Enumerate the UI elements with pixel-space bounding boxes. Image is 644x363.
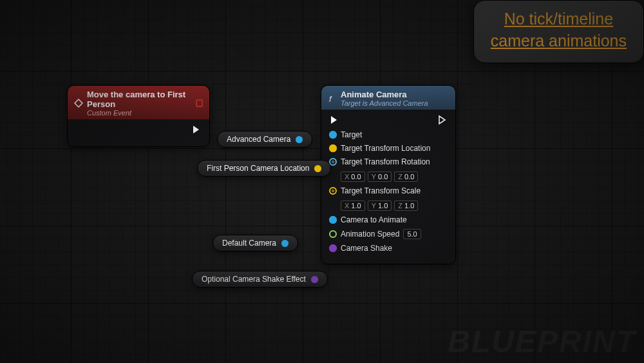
var-default-camera[interactable]: Default Camera — [213, 235, 298, 251]
object-pin-icon[interactable] — [296, 136, 303, 143]
node-title: Animate Camera — [341, 90, 428, 99]
vector-pin-icon — [329, 187, 337, 195]
rot-y-input[interactable]: Y0.0 — [368, 172, 392, 182]
node-title: Move the camera to First Person — [87, 90, 192, 109]
exec-out-pin[interactable] — [437, 115, 448, 125]
node-animate-camera[interactable]: f Animate Camera Target is Advanced Came… — [321, 85, 456, 264]
pin-target[interactable]: Target — [329, 130, 448, 139]
event-icon — [74, 99, 83, 108]
pin-animation-speed[interactable]: Animation Speed 5.0 — [329, 229, 448, 239]
scale-x-input[interactable]: X1.0 — [341, 201, 365, 211]
exec-in-pin[interactable] — [329, 115, 339, 125]
rot-z-input[interactable]: Z0.0 — [394, 172, 418, 182]
node-subtitle: Custom Event — [87, 109, 192, 117]
svg-text:f: f — [329, 94, 332, 103]
speed-input[interactable]: 5.0 — [403, 229, 421, 239]
node-subtitle: Target is Advanced Camera — [341, 99, 428, 107]
node-header[interactable]: f Animate Camera Target is Advanced Came… — [321, 86, 455, 110]
var-first-person-camera-location[interactable]: First Person Camera Location — [197, 160, 331, 177]
pin-camera-shake[interactable]: Camera Shake — [329, 244, 448, 253]
class-pin-icon — [329, 244, 337, 252]
scale-z-input[interactable]: Z1.0 — [394, 201, 418, 211]
object-pin-icon[interactable] — [281, 240, 289, 247]
class-pin-icon[interactable] — [311, 276, 318, 283]
blueprint-watermark: BLUEPRINT — [448, 324, 636, 359]
vector-pin-icon[interactable] — [314, 165, 321, 172]
function-icon: f — [328, 94, 337, 103]
pin-target-rotation[interactable]: Target Transform Rotation X0.0 Y0.0 Z0.0 — [329, 157, 448, 182]
rot-x-input[interactable]: X0.0 — [341, 172, 365, 182]
object-pin-icon — [329, 216, 337, 224]
node-header[interactable]: Move the camera to First Person Custom E… — [68, 86, 209, 119]
node-custom-event[interactable]: Move the camera to First Person Custom E… — [67, 85, 210, 147]
title-banner: No tick/timeline camera animations — [473, 0, 644, 63]
pin-target-location[interactable]: Target Transform Location — [329, 144, 448, 153]
scale-y-input[interactable]: Y1.0 — [368, 201, 392, 211]
var-advanced-camera[interactable]: Advanced Camera — [217, 131, 312, 148]
var-optional-camera-shake-effect[interactable]: Optional Camera Shake Effect — [192, 271, 328, 288]
float-pin-icon — [329, 230, 337, 238]
exec-out-pin[interactable] — [191, 124, 202, 135]
delegate-pin[interactable] — [196, 99, 203, 107]
vector-pin-icon — [329, 144, 337, 152]
pin-camera-to-animate[interactable]: Camera to Animate — [329, 215, 448, 224]
pin-target-scale[interactable]: Target Transform Scale X1.0 Y1.0 Z1.0 — [329, 186, 448, 211]
object-pin-icon — [329, 131, 337, 139]
